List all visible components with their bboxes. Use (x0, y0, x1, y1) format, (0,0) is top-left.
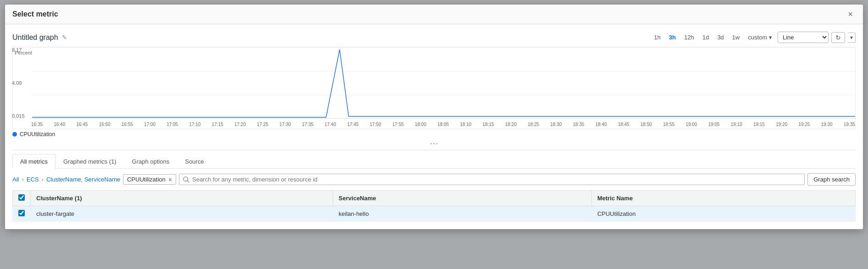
time-btn-custom[interactable]: custom ▾ (745, 33, 775, 42)
th-metric-name: Metric Name (591, 191, 855, 206)
x-tick-22: 18:25 (528, 122, 539, 127)
x-tick-4: 16:55 (122, 122, 133, 127)
tab-source[interactable]: Source (177, 154, 211, 169)
x-tick-5: 17:00 (144, 122, 156, 127)
x-tick-3: 16:50 (99, 122, 111, 127)
graph-title: Untitled graph (12, 33, 58, 42)
graph-search-button[interactable]: Graph search (807, 173, 856, 186)
x-tick-20: 18:15 (483, 122, 494, 127)
graph-topbar: Untitled graph ✎ 1h 3h 12h 1d 3d 1w cust… (12, 32, 856, 43)
x-tick-16: 17:55 (392, 122, 404, 127)
filter-tag-remove-button[interactable]: × (168, 176, 172, 183)
filter-tag-cpu: CPUUtilization × (123, 174, 176, 185)
x-tick-14: 17:45 (347, 122, 359, 127)
row-checkbox-cell (13, 206, 31, 222)
modal-close-button[interactable]: × (845, 9, 856, 19)
graph-type-select[interactable]: Line Stacked area Number Bar (778, 32, 829, 43)
time-btn-1w[interactable]: 1w (729, 33, 743, 42)
x-tick-24: 18:35 (573, 122, 584, 127)
tab-graphed-metrics[interactable]: Graphed metrics (1) (56, 154, 124, 169)
x-tick-9: 17:20 (234, 122, 246, 127)
legend-color-dot (12, 132, 17, 137)
select-all-checkbox[interactable] (18, 194, 25, 201)
breadcrumb-ecs[interactable]: ECS (27, 176, 39, 183)
modal-body: Untitled graph ✎ 1h 3h 12h 1d 3d 1w cust… (5, 24, 863, 229)
metric-search-input[interactable] (192, 176, 801, 183)
x-tick-1: 16:40 (54, 122, 65, 127)
refresh-button[interactable]: ↻ (831, 32, 845, 43)
x-tick-35: 19:30 (821, 122, 833, 127)
modal-header: Select metric × (5, 5, 863, 24)
x-tick-6: 17:05 (167, 122, 178, 127)
collapse-handle[interactable]: • • • (12, 141, 856, 146)
graph-controls: 1h 3h 12h 1d 3d 1w custom ▾ Line Stacked… (651, 32, 856, 43)
metric-search-input-wrap (179, 174, 805, 185)
x-tick-11: 17:30 (279, 122, 291, 127)
x-tick-7: 17:10 (189, 122, 200, 127)
metrics-table: ClusterName (1) ServiceName Metric Name … (12, 190, 856, 222)
x-tick-17: 18:00 (415, 122, 426, 127)
graph-title-area: Untitled graph ✎ (12, 33, 67, 42)
x-tick-28: 18:55 (663, 122, 674, 127)
chart-container: Percent 8.17 4.09 0.015 (12, 47, 856, 129)
time-btn-12h[interactable]: 12h (681, 33, 697, 42)
th-checkbox (13, 191, 31, 206)
x-tick-25: 18:40 (595, 122, 607, 127)
time-btn-3h[interactable]: 3h (666, 33, 679, 42)
breadcrumb-sep-2: › (42, 176, 44, 183)
modal: Select metric × Untitled graph ✎ 1h 3h 1… (5, 5, 863, 229)
x-tick-29: 19:00 (685, 122, 697, 127)
time-btn-3d[interactable]: 3d (714, 33, 726, 42)
tabs-bar: All metrics Graphed metrics (1) Graph op… (12, 154, 856, 169)
modal-overlay: Select metric × Untitled graph ✎ 1h 3h 1… (0, 0, 868, 269)
x-tick-32: 19:15 (753, 122, 765, 127)
x-tick-19: 18:10 (460, 122, 472, 127)
tab-all-metrics[interactable]: All metrics (12, 154, 56, 169)
x-tick-18: 18:05 (437, 122, 449, 127)
x-tick-0: 16:35 (31, 122, 43, 127)
refresh-dropdown-button[interactable]: ▾ (848, 33, 856, 43)
row-cluster-name: cluster-fargate (31, 206, 333, 222)
section-separator (12, 150, 856, 150)
x-tick-34: 19:25 (798, 122, 810, 127)
x-tick-33: 19:20 (776, 122, 787, 127)
x-tick-21: 18:20 (505, 122, 517, 127)
x-tick-31: 19:10 (731, 122, 742, 127)
th-cluster-name: ClusterName (1) (31, 191, 333, 206)
x-tick-13: 17:40 (324, 122, 336, 127)
breadcrumb-sep-1: › (22, 176, 23, 183)
time-btn-1d[interactable]: 1d (700, 33, 712, 42)
table-row: cluster-fargate keilan-hello CPUUtilizat… (13, 206, 856, 222)
breadcrumb-all[interactable]: All (12, 176, 19, 183)
x-tick-23: 18:30 (550, 122, 562, 127)
chart-line-svg (32, 47, 855, 119)
x-tick-27: 18:50 (640, 122, 652, 127)
x-tick-12: 17:35 (302, 122, 313, 127)
edit-title-icon[interactable]: ✎ (62, 34, 67, 41)
row-metric-name: CPUUtilization (591, 206, 855, 222)
row-checkbox[interactable] (18, 210, 25, 216)
chart-x-axis: 16:35 16:40 16:45 16:50 16:55 17:00 17:0… (31, 120, 855, 129)
legend-label: CPUUtilization (20, 131, 55, 137)
breadcrumb-dimensions[interactable]: ClusterName, ServiceName (46, 176, 120, 183)
tab-graph-options[interactable]: Graph options (124, 154, 178, 169)
x-tick-26: 18:45 (618, 122, 629, 127)
filter-bar: All › ECS › ClusterName, ServiceName CPU… (12, 173, 856, 186)
x-tick-10: 17:25 (257, 122, 268, 127)
th-service-name: ServiceName (333, 191, 592, 206)
table-header-row: ClusterName (1) ServiceName Metric Name (13, 191, 856, 206)
x-tick-36: 19:35 (844, 122, 855, 127)
x-tick-15: 17:50 (370, 122, 381, 127)
modal-title: Select metric (12, 10, 58, 18)
svg-line-1 (187, 181, 189, 182)
time-btn-1h[interactable]: 1h (651, 33, 663, 42)
x-tick-8: 17:15 (212, 122, 223, 127)
chart-svg-area (32, 47, 855, 119)
row-service-name: keilan-hello (333, 206, 592, 222)
search-icon (183, 176, 189, 183)
x-tick-30: 19:05 (708, 122, 720, 127)
x-tick-2: 16:45 (76, 122, 88, 127)
legend-area: CPUUtilization (12, 131, 856, 137)
filter-tag-label: CPUUtilization (127, 176, 166, 183)
